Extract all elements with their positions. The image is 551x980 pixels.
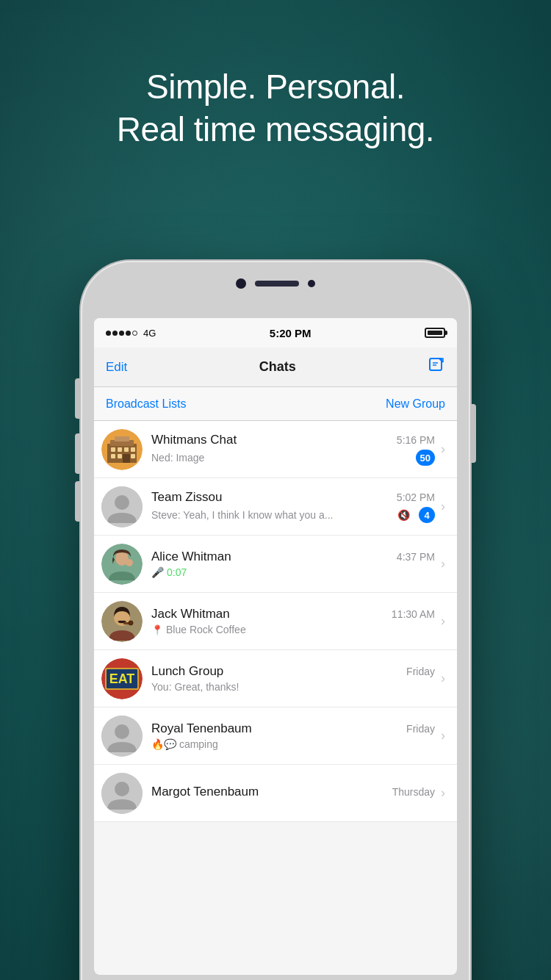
chat-top-royal: Royal Tenenbaum Friday <box>151 721 435 736</box>
chat-item-zissou[interactable]: Team Zissou 5:02 PM Steve: Yeah, I think… <box>94 478 457 536</box>
status-time: 5:20 PM <box>270 327 311 339</box>
svg-rect-11 <box>124 447 129 452</box>
new-group-button[interactable]: New Group <box>386 397 445 411</box>
nav-title: Chats <box>259 359 296 375</box>
avatar-alice <box>101 544 143 585</box>
svg-point-18 <box>115 495 129 510</box>
chat-top-lunch: Lunch Group Friday <box>151 664 435 679</box>
signal-dot-2 <box>112 331 118 336</box>
svg-rect-9 <box>111 447 115 452</box>
svg-rect-15 <box>131 454 135 458</box>
chat-name-jack: Jack Whitman <box>151 607 230 621</box>
chat-name-zissou: Team Zissou <box>151 490 222 505</box>
svg-point-26 <box>129 621 133 625</box>
signal-dot-5 <box>132 331 137 336</box>
location-preview-jack: 📍 Blue Rock Coffee <box>151 624 246 635</box>
chat-bottom-royal: 🔥💬 camping <box>151 738 435 750</box>
avatar-lunch: EAT <box>101 658 143 699</box>
microphone-icon: 🎤 <box>151 566 164 578</box>
chat-top-jack: Jack Whitman 11:30 AM <box>151 607 435 621</box>
svg-rect-8 <box>115 436 129 442</box>
unread-badge-zissou: 4 <box>419 507 435 523</box>
chat-bottom-alice: 🎤 0:07 <box>151 566 435 578</box>
svg-point-34 <box>115 782 129 796</box>
sender-you-lunch: You: <box>151 681 174 693</box>
chat-preview-whitmans: Ned: Image <box>151 452 410 464</box>
compose-icon <box>428 356 445 374</box>
chat-top-zissou: Team Zissou 5:02 PM <box>151 490 435 505</box>
chat-time-lunch: Friday <box>406 666 435 677</box>
phone-screen: 4G 5:20 PM Edit Chats <box>94 318 457 975</box>
avatar-zissou <box>101 486 143 527</box>
speaker <box>255 281 299 287</box>
broadcast-lists-button[interactable]: Broadcast Lists <box>106 397 186 411</box>
chevron-alice: › <box>441 556 445 572</box>
nav-bar: Edit Chats <box>94 347 457 387</box>
svg-rect-6 <box>107 444 137 463</box>
chevron-whitmans: › <box>441 442 445 457</box>
sender-ned: Ned: <box>151 452 176 464</box>
chat-time-whitmans: 5:16 PM <box>397 434 435 446</box>
muted-badge-zissou: 🔇 4 <box>397 507 435 523</box>
chat-item-lunch[interactable]: EAT Lunch Group Friday You: Great, thank… <box>94 650 457 707</box>
chat-top-alice: Alice Whitman 4:37 PM <box>151 550 435 564</box>
location-pin-icon: 📍 <box>151 624 163 635</box>
avatar-margot <box>101 773 143 814</box>
chat-list: Whitmans Chat 5:16 PM Ned: Image 50 › <box>94 421 457 822</box>
chat-top-margot: Margot Tenenbaum Thursday <box>151 785 435 799</box>
chat-preview-lunch: You: Great, thanks! <box>151 681 435 693</box>
tagline: Simple. Personal. Real time messaging. <box>0 66 551 151</box>
svg-rect-14 <box>118 454 122 458</box>
avatar-royal <box>101 716 143 757</box>
phone-frame: 4G 5:20 PM Edit Chats <box>81 261 470 980</box>
chat-time-royal: Friday <box>406 723 435 735</box>
chevron-margot: › <box>441 785 445 801</box>
svg-rect-10 <box>118 447 122 452</box>
voice-duration: 0:07 <box>167 566 187 578</box>
chat-item-royal[interactable]: Royal Tenenbaum Friday 🔥💬 camping › <box>94 707 457 765</box>
svg-point-32 <box>115 724 129 739</box>
sender-steve: Steve: <box>151 509 183 521</box>
chat-bottom-zissou: Steve: Yeah, I think I know what you a..… <box>151 507 435 523</box>
chat-name-alice: Alice Whitman <box>151 550 231 564</box>
chat-name-lunch: Lunch Group <box>151 664 223 679</box>
chat-content-whitmans: Whitmans Chat 5:16 PM Ned: Image 50 <box>151 433 435 466</box>
chat-time-jack: 11:30 AM <box>392 608 435 620</box>
chat-time-alice: 4:37 PM <box>397 551 435 563</box>
chat-item-alice[interactable]: Alice Whitman 4:37 PM 🎤 0:07 › <box>94 536 457 593</box>
chat-content-lunch: Lunch Group Friday You: Great, thanks! <box>151 664 435 693</box>
front-camera <box>236 278 246 289</box>
avatar-jack <box>101 601 143 642</box>
voice-preview-alice: 🎤 0:07 <box>151 566 187 578</box>
compose-button[interactable] <box>428 356 445 378</box>
signal-dot-4 <box>126 331 131 336</box>
front-sensor <box>308 280 315 287</box>
signal-dots <box>106 331 137 336</box>
chat-item-jack[interactable]: Jack Whitman 11:30 AM 📍 Blue Rock Coffee… <box>94 593 457 650</box>
chat-preview-zissou: Steve: Yeah, I think I know what you a..… <box>151 509 397 521</box>
mute-icon: 🔇 <box>397 509 410 521</box>
chat-content-zissou: Team Zissou 5:02 PM Steve: Yeah, I think… <box>151 490 435 523</box>
action-row: Broadcast Lists New Group <box>94 387 457 421</box>
chat-time-zissou: 5:02 PM <box>397 491 435 503</box>
signal-area: 4G <box>106 328 156 339</box>
svg-point-22 <box>126 559 133 566</box>
chat-preview-royal: 🔥💬 camping <box>151 738 435 750</box>
chat-item-whitmans[interactable]: Whitmans Chat 5:16 PM Ned: Image 50 › <box>94 421 457 478</box>
chevron-zissou: › <box>441 499 445 514</box>
chat-content-alice: Alice Whitman 4:37 PM 🎤 0:07 <box>151 550 435 578</box>
chat-bottom-lunch: You: Great, thanks! <box>151 681 435 693</box>
battery-area <box>425 328 445 338</box>
chevron-royal: › <box>441 728 445 743</box>
svg-rect-13 <box>111 454 115 458</box>
chat-name-royal: Royal Tenenbaum <box>151 721 252 736</box>
chat-top-whitmans: Whitmans Chat 5:16 PM <box>151 433 435 447</box>
edit-button[interactable]: Edit <box>106 360 127 375</box>
chat-content-jack: Jack Whitman 11:30 AM 📍 Blue Rock Coffee <box>151 607 435 635</box>
location-text-jack: Blue Rock Coffee <box>166 624 246 635</box>
phone-top-area <box>217 274 334 292</box>
chevron-lunch: › <box>441 671 445 686</box>
chat-item-margot[interactable]: Margot Tenenbaum Thursday › <box>94 765 457 822</box>
signal-dot-3 <box>119 331 124 336</box>
chat-name-margot: Margot Tenenbaum <box>151 785 259 799</box>
